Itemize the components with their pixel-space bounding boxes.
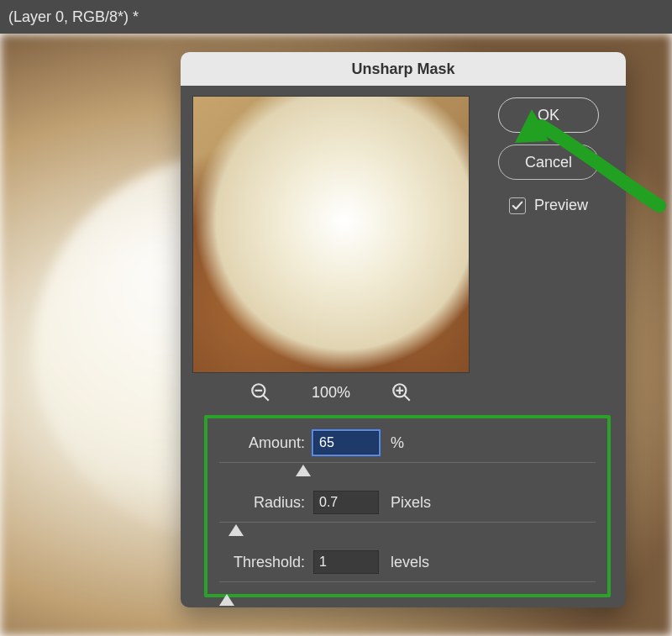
zoom-level: 100%: [312, 384, 350, 402]
zoom-in-icon[interactable]: [391, 381, 412, 403]
document-title: (Layer 0, RGB/8*) *: [8, 8, 139, 26]
dialog-side-column: OK Cancel Preview: [483, 96, 614, 403]
preview-image[interactable]: [192, 96, 470, 373]
threshold-slider-thumb[interactable]: [219, 594, 234, 606]
divider: [219, 581, 596, 582]
svg-line-1: [263, 395, 269, 401]
amount-input[interactable]: [313, 431, 379, 455]
ok-button-label: OK: [538, 107, 559, 124]
unsharp-mask-dialog: Unsharp Mask 100%: [181, 52, 626, 607]
preview-checkbox-row: Preview: [509, 197, 588, 214]
preview-checkbox[interactable]: [509, 197, 526, 214]
cancel-button-label: Cancel: [525, 154, 572, 171]
dialog-title: Unsharp Mask: [351, 60, 454, 78]
radius-unit: Pixels: [391, 494, 431, 512]
zoom-controls: 100%: [192, 381, 470, 403]
amount-label: Amount:: [219, 434, 305, 452]
threshold-unit: levels: [391, 554, 429, 571]
svg-line-4: [404, 395, 410, 401]
preview-checkbox-label: Preview: [534, 197, 588, 214]
dialog-body: 100% OK Cancel: [181, 86, 626, 403]
ok-button[interactable]: OK: [498, 97, 599, 133]
cancel-button[interactable]: Cancel: [498, 145, 599, 180]
radius-input[interactable]: [313, 491, 379, 514]
amount-unit: %: [391, 434, 404, 452]
radius-slider[interactable]: [221, 524, 596, 541]
threshold-label: Threshold:: [219, 554, 305, 571]
divider: [219, 522, 596, 523]
threshold-row: Threshold: levels: [219, 546, 596, 578]
document-title-bar: (Layer 0, RGB/8*) *: [0, 0, 672, 34]
app-canvas: (Layer 0, RGB/8*) * Unsharp Mask 100%: [0, 0, 672, 636]
amount-row: Amount: %: [219, 427, 596, 459]
preview-column: 100%: [192, 96, 470, 403]
parameters-panel: Amount: % Radius: Pixels Thr: [204, 415, 611, 597]
amount-slider-thumb[interactable]: [296, 465, 311, 476]
zoom-out-icon[interactable]: [249, 381, 271, 403]
radius-label: Radius:: [219, 494, 305, 512]
divider: [219, 462, 596, 463]
radius-row: Radius: Pixels: [219, 486, 596, 518]
threshold-input[interactable]: [313, 550, 379, 574]
radius-slider-thumb[interactable]: [228, 524, 244, 536]
amount-slider[interactable]: [221, 465, 596, 481]
dialog-title-bar[interactable]: Unsharp Mask: [181, 52, 626, 86]
